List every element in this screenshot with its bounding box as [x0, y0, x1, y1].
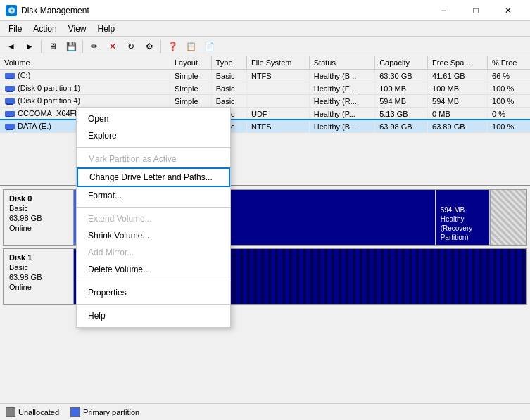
cell-capacity: 63.30 GB [375, 70, 428, 82]
col-status[interactable]: Status [309, 56, 374, 70]
menu-action[interactable]: Action [27, 23, 62, 35]
col-fs[interactable]: File System [246, 56, 309, 70]
col-volume[interactable]: Volume [0, 56, 170, 70]
extra-button2[interactable]: 📄 [201, 39, 217, 54]
cell-capacity: 100 MB [375, 82, 428, 95]
col-type[interactable]: Type [211, 56, 246, 70]
titlebar-left: 💿 Disk Management [6, 5, 89, 16]
disk0-name: Disk 0 [9, 194, 68, 203]
disk1-size: 63.98 GB [9, 273, 68, 281]
menu-file[interactable]: File [3, 23, 27, 35]
cell-layout: Simple [170, 82, 211, 95]
cell-free: 0 MB [428, 108, 488, 120]
table-row[interactable]: (C:) Simple Basic NTFS Healthy (B... 63.… [0, 70, 530, 82]
context-menu-separator [77, 304, 230, 305]
context-menu-item[interactable]: Add Mirror... [77, 244, 230, 261]
settings-button[interactable]: ⚙ [141, 39, 158, 54]
legend-unalloc-label: Unallocated [18, 408, 59, 416]
svg-rect-7 [6, 116, 13, 117]
table-row[interactable]: (Disk 0 partition 1) Simple Basic Health… [0, 82, 530, 95]
delete-button[interactable]: ✕ [104, 39, 121, 54]
cell-volume: (Disk 0 partition 4) [0, 95, 170, 108]
cell-pct: 0 % [488, 108, 530, 120]
cell-type: Basic [211, 70, 246, 82]
menubar: File Action View Help [0, 21, 530, 37]
menu-view[interactable]: View [63, 23, 92, 35]
cell-capacity: 594 MB [375, 95, 428, 108]
back-button[interactable]: ◄ [3, 39, 20, 54]
svg-rect-4 [5, 98, 15, 104]
context-menu-separator [77, 147, 230, 148]
titlebar-title: Disk Management [21, 6, 89, 15]
disk1-status: Online [9, 283, 68, 291]
context-menu-item[interactable]: Open [77, 110, 230, 127]
legend-primary-box [70, 407, 80, 417]
pencil-button[interactable]: ✏ [86, 39, 103, 54]
cell-status: Healthy (R... [309, 95, 374, 108]
cell-type: Basic [211, 95, 246, 108]
context-menu-separator [77, 281, 230, 281]
forward-button[interactable]: ► [21, 39, 38, 54]
toolbar-sep1 [41, 40, 42, 53]
disk-button[interactable]: 💾 [63, 39, 80, 54]
svg-rect-0 [5, 73, 15, 79]
context-menu-item[interactable]: Extend Volume... [77, 210, 230, 227]
context-menu-item[interactable]: Shrink Volume... [77, 227, 230, 244]
minimize-button[interactable]: − [427, 0, 460, 21]
cell-status: Healthy (B... [309, 120, 374, 133]
cell-status: Healthy (P... [309, 108, 374, 120]
disk0-status: Online [9, 224, 68, 232]
disk0-part4[interactable] [490, 190, 526, 245]
cell-layout: Simple [170, 70, 211, 82]
table-header-row: Volume Layout Type File System Status Ca… [0, 56, 530, 70]
svg-rect-1 [6, 78, 13, 79]
context-menu-item[interactable]: Mark Partition as Active [77, 151, 230, 167]
help-button[interactable]: ❓ [164, 39, 181, 54]
context-menu-item[interactable]: Explore [77, 127, 230, 144]
cell-capacity: 5.13 GB [375, 108, 428, 120]
refresh-button[interactable]: ↻ [122, 39, 139, 54]
cell-fs [246, 95, 309, 108]
toolbar-sep3 [160, 40, 161, 53]
app-icon: 💿 [6, 5, 17, 16]
svg-rect-6 [5, 111, 15, 117]
context-menu-item[interactable]: Properties [77, 284, 230, 301]
maximize-button[interactable]: □ [460, 0, 492, 21]
close-button[interactable]: ✕ [492, 0, 524, 21]
col-pct[interactable]: % Free [488, 56, 530, 70]
cell-free: 100 MB [428, 82, 488, 95]
computer-button[interactable]: 🖥 [44, 39, 61, 54]
cell-fs: UDF [246, 108, 309, 120]
disk1-type: Basic [9, 263, 68, 272]
svg-rect-3 [6, 91, 13, 92]
cell-capacity: 63.98 GB [375, 120, 428, 133]
svg-rect-2 [5, 86, 15, 91]
col-layout[interactable]: Layout [170, 56, 211, 70]
context-menu-separator [77, 207, 230, 208]
cell-pct: 100 % [488, 120, 530, 133]
table-row[interactable]: (Disk 0 partition 4) Simple Basic Health… [0, 95, 530, 108]
menu-help[interactable]: Help [92, 23, 121, 35]
cell-pct: 66 % [488, 70, 530, 82]
context-menu-item[interactable]: Format... [77, 187, 230, 204]
legend-primary-label: Primary partition [83, 408, 139, 416]
col-capacity[interactable]: Capacity [375, 56, 428, 70]
disk1-label: Disk 1 Basic 63.98 GB Online [4, 249, 74, 304]
svg-rect-8 [5, 124, 15, 129]
svg-rect-9 [6, 129, 13, 130]
cell-status: Healthy (E... [309, 82, 374, 95]
context-menu: OpenExploreMark Partition as ActiveChang… [76, 107, 231, 328]
disk1-name: Disk 1 [9, 253, 68, 262]
extra-button1[interactable]: 📋 [182, 39, 199, 54]
cell-pct: 100 % [488, 82, 530, 95]
disk0-size: 63.98 GB [9, 214, 68, 222]
col-free[interactable]: Free Spa... [428, 56, 488, 70]
cell-volume: (C:) [0, 70, 170, 82]
context-menu-item[interactable]: Change Drive Letter and Paths... [77, 167, 230, 187]
disk0-part3-text: 594 MB Healthy (Recovery Partition) [441, 205, 485, 242]
disk0-part3[interactable]: 594 MB Healthy (Recovery Partition) [436, 190, 490, 245]
toolbar: ◄ ► 🖥 💾 ✏ ✕ ↻ ⚙ ❓ 📋 📄 [0, 37, 530, 56]
context-menu-item[interactable]: Help [77, 307, 230, 324]
legend-unalloc: Unallocated [6, 407, 59, 417]
context-menu-item[interactable]: Delete Volume... [77, 261, 230, 278]
